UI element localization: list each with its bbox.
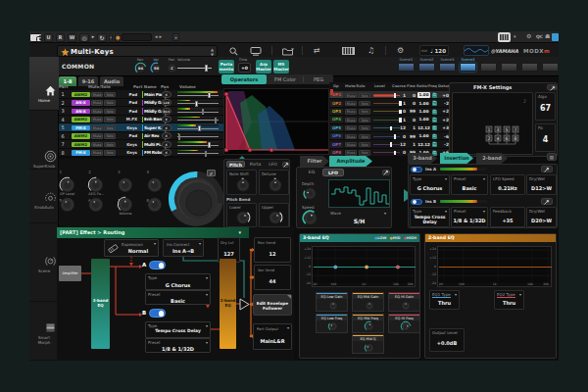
preset-menu-button[interactable]: ▾ (172, 33, 179, 41)
ins-field-dry-wet[interactable]: Dry/WetD20>W (526, 207, 557, 227)
ins-field-lfo-speed[interactable]: LFO Speed0.21Hz (490, 174, 525, 195)
op-solo-button[interactable]: Solo (359, 109, 370, 114)
part-mute-button[interactable]: Mute (91, 100, 103, 106)
keyboard-icon[interactable] (342, 47, 355, 55)
part-solo-button[interactable]: Solo (104, 142, 116, 148)
assign-knob-1[interactable] (60, 177, 75, 193)
part-volume-slider[interactable] (177, 132, 219, 141)
routing-eq3-bar[interactable]: 3-bandEQ (91, 259, 110, 349)
midi-keyboard-button[interactable] (498, 32, 511, 42)
part-mute-button[interactable]: Mute (91, 92, 103, 98)
part-volume-slider[interactable] (177, 116, 219, 124)
dot-button[interactable]: · (109, 33, 113, 42)
common-label[interactable]: COMMON (62, 63, 94, 70)
knob[interactable] (328, 321, 338, 331)
part-pan-stepper[interactable]: C (162, 141, 172, 148)
view-tab-fm-color[interactable]: FM Color (267, 74, 304, 84)
qc-label[interactable]: QC (536, 34, 543, 39)
knob[interactable] (236, 211, 250, 224)
part-vol-handle[interactable] (202, 109, 205, 115)
assign-knob-6[interactable] (88, 197, 104, 213)
scene-button-2[interactable] (418, 63, 435, 72)
routing-eq2-bar[interactable]: 2-bandEQ (220, 259, 236, 349)
ins-tab-2-band[interactable]: 2-band (476, 153, 508, 164)
setup-wrench-icon[interactable]: ⚙ (526, 32, 531, 39)
part-mute-button[interactable]: Mute (91, 142, 103, 148)
output-level-box[interactable]: Output Level+0.0dB (429, 328, 465, 352)
knob[interactable] (365, 343, 374, 353)
part-solo-button[interactable]: Solo (104, 133, 116, 139)
eq-knob-cell[interactable]: EQ Low Gain (316, 292, 348, 312)
part-pan-stepper[interactable]: C (162, 132, 172, 139)
part-volume-slider[interactable] (177, 90, 219, 99)
edit-envelope-follower-button[interactable]: Edit EnvelopeFollower (253, 294, 292, 316)
fmx-wrench-button[interactable] (547, 84, 557, 90)
ins-connect-box[interactable]: Ins Connect▾Ins A→B (163, 239, 204, 257)
route-A-toggle[interactable] (149, 261, 166, 270)
op-mute-button[interactable]: Mute (345, 134, 357, 139)
eq-knob-cell[interactable]: EQ Hi Freq (388, 314, 420, 333)
route-B-toggle[interactable] (149, 309, 166, 318)
operator-row[interactable]: OP5MuteSolo12112.12Ratio+3 (329, 124, 451, 132)
op-mute-button[interactable]: Mute (345, 118, 357, 122)
knob[interactable] (269, 211, 282, 224)
op-solo-button[interactable]: Solo (359, 150, 370, 155)
folder-icon[interactable] (282, 47, 293, 55)
rev-send-box[interactable]: Rev Send12 (254, 237, 291, 263)
part-pan-stepper[interactable]: L16 (162, 99, 172, 106)
ins-qc-button[interactable]: ▤ (547, 153, 557, 161)
scene-button-6[interactable] (501, 63, 517, 72)
assign-knob-2[interactable] (88, 177, 104, 193)
reload-button[interactable]: ↻ (97, 33, 107, 42)
part-volume-slider[interactable] (177, 123, 219, 132)
part-vol-handle[interactable] (205, 151, 208, 157)
part-volume-slider[interactable] (177, 99, 219, 108)
route-A-preset-box[interactable]: Preset▾Basic (145, 290, 211, 305)
part-solo-button[interactable]: Solo (104, 117, 116, 122)
knob[interactable] (365, 321, 374, 331)
common-knob-var[interactable]: 50 (151, 63, 162, 74)
gear-icon[interactable]: ⚙ (397, 46, 404, 56)
op-solo-button[interactable]: Solo (359, 142, 370, 147)
sidebar-item-knobauto[interactable]: KnobAuto (29, 170, 59, 223)
fmx-algo-diagram[interactable]: 13572468♪ (452, 92, 533, 155)
knob[interactable] (401, 321, 411, 331)
sidebar-item-superknob[interactable]: SuperKnob (29, 111, 59, 170)
assign-knob-4[interactable] (147, 177, 163, 193)
knob[interactable] (328, 301, 338, 311)
knob[interactable] (401, 301, 411, 311)
knob[interactable] (236, 178, 250, 192)
operator-row[interactable]: OP1MuteSolo101.00Ratio+0 (329, 91, 451, 99)
part-row[interactable]: 1AWM2MuteSoloPadMain PadC▴▾ (59, 90, 223, 99)
search-icon[interactable] (229, 47, 238, 56)
part-solo-button[interactable]: Solo (104, 92, 116, 98)
knob[interactable] (365, 301, 374, 311)
op-mute-button[interactable]: Mute (345, 125, 357, 130)
part-volume-slider[interactable] (177, 107, 219, 116)
portamento-button[interactable]: Portamento (219, 60, 234, 74)
part-row[interactable]: 2AN-XMuteSoloPadMildly G...L16▴▾ (59, 99, 223, 108)
eq-knob-cell[interactable]: EQ Low Freq (316, 314, 348, 333)
part-vol-handle[interactable] (215, 118, 218, 123)
scene-button-3[interactable] (439, 63, 456, 72)
amp-tab-eg[interactable]: EG (301, 169, 322, 176)
part-row[interactable]: 7AWM2MuteSoloKeysMulti Pi...C▴▾ (59, 140, 223, 149)
op-mute-button[interactable]: Mute (345, 109, 357, 114)
part-pan-stepper[interactable]: R14 (162, 108, 172, 115)
ins-field-dry-wet[interactable]: Dry/WetD12>W (526, 174, 557, 195)
part-pan-stepper[interactable]: C (162, 91, 172, 98)
scene-button-7[interactable] (521, 63, 538, 72)
part-row[interactable]: 6AWM2MuteSoloPadAir RexC▴▾ (59, 132, 223, 141)
part-mute-button[interactable]: Mute (91, 125, 103, 131)
banner-tab-amplitude[interactable]: Amplitude (329, 156, 372, 167)
op-solo-button[interactable]: Solo (359, 101, 370, 106)
pitch-tab-lfo[interactable]: LFO (267, 161, 279, 168)
part-solo-button[interactable]: Solo (104, 150, 116, 156)
keyboard-dropdown-caret[interactable]: ▾ (514, 33, 516, 39)
route-A-type-box[interactable]: Type▾G Chorus (145, 273, 211, 290)
var-send-box[interactable]: Var Send44 (254, 265, 291, 290)
scene-button-5[interactable] (480, 63, 497, 72)
ins-field-type[interactable]: Type▾G Chorus (410, 174, 450, 195)
part-vol-handle[interactable] (178, 134, 181, 140)
title-spinner[interactable]: ▲▼ (211, 47, 214, 57)
